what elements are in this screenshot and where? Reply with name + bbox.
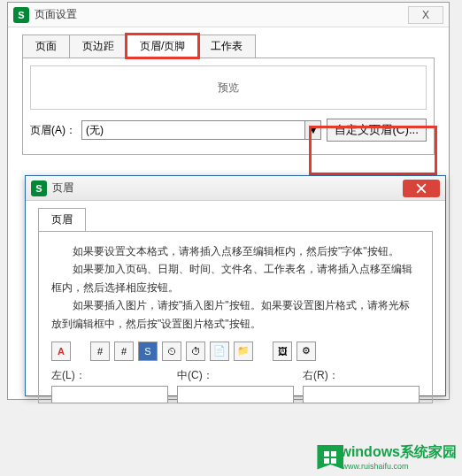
header-row: 页眉(A)： (无) ▼ 自定义页眉(C)... [30, 119, 427, 142]
header-dialog: S 页眉 页眉 如果要设置文本格式，请将插入点移至编辑框内，然后按"字体"按钮。… [25, 175, 446, 396]
custom-header-button[interactable]: 自定义页眉(C)... [327, 119, 427, 142]
font-button[interactable]: A [51, 342, 71, 361]
page-number-button[interactable]: # [90, 342, 110, 361]
center-section: 中(C)： [177, 368, 294, 403]
preview-area: 预览 [30, 65, 427, 110]
dialog-title: 页面设置 [35, 7, 408, 22]
watermark-suffix: 系统家园 [400, 444, 457, 459]
header-combo[interactable]: (无) ▼ [81, 120, 321, 140]
close-icon [416, 183, 427, 194]
help-p2: 如果要加入页码、日期、时间、文件名、工作表名，请将插入点移至编辑框内，然后选择相… [51, 260, 420, 296]
watermark-text-wrap: windows系统家园 www.ruishaifu.com [340, 443, 457, 471]
chevron-down-icon[interactable]: ▼ [304, 121, 320, 139]
close-button[interactable]: X [408, 6, 443, 24]
right-input[interactable] [303, 386, 420, 403]
header-titlebar: S 页眉 [26, 176, 445, 201]
file-name-button[interactable]: 📄 [210, 342, 229, 361]
app-icon: S [13, 7, 29, 23]
left-input[interactable] [51, 386, 168, 403]
left-label: 左(L)： [51, 368, 168, 383]
separator [258, 342, 268, 361]
svg-rect-1 [331, 451, 336, 457]
tab-header-footer[interactable]: 页眉/页脚 [127, 35, 198, 58]
left-section: 左(L)： [51, 368, 168, 403]
close-button[interactable] [403, 180, 440, 197]
header-combo-value: (无) [86, 123, 104, 138]
tab-header[interactable]: 页眉 [38, 208, 86, 231]
svg-rect-3 [331, 458, 336, 464]
watermark-brand: windows [340, 444, 400, 459]
watermark-url: www.ruishaifu.com [342, 462, 457, 471]
help-text: 如果要设置文本格式，请将插入点移至编辑框内，然后按"字体"按钮。 如果要加入页码… [51, 242, 420, 333]
header-label: 页眉(A)： [30, 123, 76, 138]
tabs: 页面 页边距 页眉/页脚 工作表 [22, 35, 449, 58]
insert-toolbar: A # # S ⏲ ⏱ 📄 📁 🖼 ⚙ [51, 342, 420, 361]
lcr-sections: 左(L)： 中(C)： 右(R)： [51, 368, 420, 403]
right-label: 右(R)： [303, 368, 420, 383]
right-section: 右(R)： [303, 368, 420, 403]
file-path-button[interactable]: 📁 [234, 342, 253, 361]
svg-rect-0 [324, 451, 329, 457]
time-button[interactable]: ⏱ [186, 342, 205, 361]
sheet-name-button[interactable]: S [138, 342, 158, 361]
date-button[interactable]: ⏲ [162, 342, 181, 361]
help-p3: 如果要插入图片，请按"插入图片"按钮。如果要设置图片格式，请将光标放到编辑框中，… [51, 296, 420, 333]
windows-flag-icon [317, 445, 343, 470]
tab-content: 预览 页眉(A)： (无) ▼ 自定义页眉(C)... [22, 58, 435, 155]
tab-page[interactable]: 页面 [22, 35, 70, 58]
separator [75, 342, 86, 361]
help-p1: 如果要设置文本格式，请将插入点移至编辑框内，然后按"字体"按钮。 [51, 242, 420, 260]
tab-sheet[interactable]: 工作表 [197, 35, 256, 58]
center-input[interactable] [177, 386, 294, 403]
svg-rect-2 [324, 458, 329, 464]
titlebar: S 页面设置 X [8, 3, 449, 27]
app-icon: S [31, 180, 47, 196]
picture-format-button[interactable]: ⚙ [296, 342, 316, 361]
header-dialog-title: 页眉 [52, 180, 403, 196]
insert-picture-button[interactable]: 🖼 [273, 342, 292, 361]
tab-margins[interactable]: 页边距 [69, 35, 127, 58]
total-pages-button[interactable]: # [114, 342, 134, 361]
inner-tabs: 页眉 [38, 208, 445, 231]
center-label: 中(C)： [177, 368, 294, 383]
watermark: windows系统家园 www.ruishaifu.com [317, 443, 457, 471]
inner-body: 如果要设置文本格式，请将插入点移至编辑框内，然后按"字体"按钮。 如果要加入页码… [38, 231, 433, 403]
